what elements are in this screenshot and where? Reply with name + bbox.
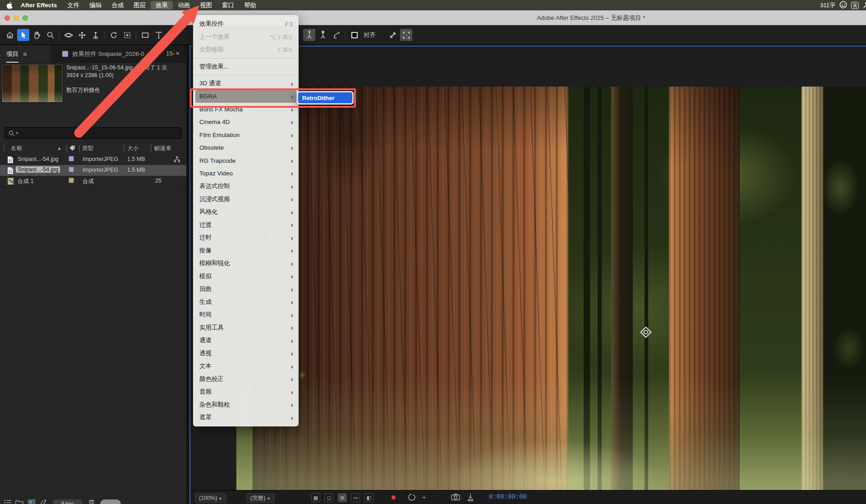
zoom-level-dropdown[interactable]: (100%) ▼ [195,493,226,503]
menu-category-颜色校正[interactable]: 颜色校正› [193,373,299,386]
menu-category-音频[interactable]: 音频› [193,385,299,399]
menu-category-过时[interactable]: 过时› [193,231,299,244]
stroke-fill-icon[interactable] [348,29,360,41]
label-column-icon[interactable] [69,145,76,153]
exposure-plus-icon[interactable]: + [422,493,426,503]
type-tool[interactable] [152,29,165,41]
menu-category-Cinema 4D[interactable]: Cinema 4D› [193,116,299,129]
asset-name[interactable]: Snipast...-54.jpg [16,166,60,173]
menu-category-风格化[interactable]: 风格化› [193,206,299,219]
menu-category-抠像[interactable]: 抠像› [193,244,299,257]
menu-category-过渡[interactable]: 过渡› [193,219,299,232]
tab-project[interactable]: 项目 ≡ [0,45,51,63]
menu-category-Film Emulation[interactable]: Film Emulation› [193,128,299,142]
asset-name[interactable]: 合成 1 [18,178,33,185]
menu-category-Boris FX Mocha[interactable]: Boris FX Mocha› [193,103,299,116]
region-of-interest-tool[interactable] [400,29,412,41]
menu-category-模糊和锐化[interactable]: 模糊和锐化› [193,257,299,270]
pan-camera-tool[interactable] [76,29,88,41]
list-view-icon[interactable] [4,499,12,504]
footage-filename[interactable]: Snipast...-15_15-06-54.jpg [66,64,133,71]
input-method-icon[interactable]: 英 [851,2,859,9]
menubar-item-合成[interactable]: 合成 [106,1,129,9]
channels-icon[interactable]: ◧ [364,493,373,502]
menubar-item-文件[interactable]: 文件 [62,1,84,9]
menu-category-3D 通道[interactable]: 3D 通道› [193,77,299,90]
menubar-item-视图[interactable]: 视图 [195,1,217,9]
search-input[interactable]: ▼ [5,127,181,139]
menubar-item-图层[interactable]: 图层 [129,1,151,9]
smiley-icon[interactable] [839,1,847,10]
menu-category-扭曲[interactable]: 扭曲› [193,283,299,296]
label-color-swatch[interactable] [69,178,74,183]
composition-image[interactable] [236,87,866,490]
show-snapshot-icon[interactable] [467,493,474,503]
menu-category-RG Trapcode[interactable]: RG Trapcode› [193,154,299,167]
point-of-interest-crosshair[interactable] [640,326,652,340]
timecode-display[interactable]: 0:00:00:00 [489,493,527,503]
menubar-app-name[interactable]: After Effects [15,2,62,9]
hand-tool[interactable] [31,29,43,41]
menu-category-实用工具[interactable]: 实用工具› [193,321,299,334]
column-framerate[interactable]: 帧速率 [154,145,171,152]
zoom-window-button[interactable] [23,15,28,21]
panel-overflow-icon[interactable]: » [176,50,178,56]
menubar-item-效果[interactable]: 效果 [151,1,173,9]
submenu-item-RetroDither[interactable]: RetroDither [298,92,352,103]
menu-category-Topaz Video[interactable]: Topaz Video› [193,167,299,180]
home-tool[interactable] [4,29,16,41]
label-color-swatch[interactable] [69,167,74,172]
orbit-camera-tool[interactable] [62,29,74,41]
panel-menu-icon[interactable]: ≡ [23,50,26,58]
menu-category-BGRA[interactable]: BGRA› [195,90,296,103]
mask-visibility-icon[interactable]: ◻ [324,493,333,502]
column-name[interactable]: 名称 [11,145,22,152]
rulers-icon[interactable]: ▭ [351,493,360,502]
close-window-button[interactable] [5,15,10,21]
menu-category-生成[interactable]: 生成› [193,296,299,309]
menubar-item-动画[interactable]: 动画 [173,1,195,9]
adjustment-icon[interactable] [40,499,47,504]
menu-category-文本[interactable]: 文本› [193,360,299,373]
menubar-item-帮助[interactable]: 帮助 [239,1,261,9]
menu-item-manage-effects[interactable]: 管理效果... [193,60,299,73]
menu-category-Obsolete[interactable]: Obsolete› [193,142,299,155]
menubar-item-窗口[interactable]: 窗口 [217,1,239,9]
menu-category-透视[interactable]: 透视› [193,347,299,360]
align-label[interactable]: 对齐 [364,31,376,39]
expand-diagonal-icon[interactable] [387,29,399,41]
panel-divider[interactable] [186,45,189,504]
label-color-swatch[interactable] [69,156,74,161]
transparency-grid-icon[interactable]: ▦ [311,493,320,502]
search-options-chevron[interactable]: ▼ [15,131,19,135]
menu-category-表达式控制[interactable]: 表达式控制› [193,180,299,193]
anchor-point-tool[interactable] [121,29,133,41]
minimize-window-button[interactable] [14,15,19,21]
asset-row-Snipast...-54.jpg[interactable]: Snipast...-54.jpgImporterJPEG1.5 MB [0,165,186,176]
menu-category-时间[interactable]: 时间› [193,308,299,321]
dolly-camera-tool[interactable] [89,29,101,41]
user-icon[interactable] [863,1,866,10]
puppet-bend-tool[interactable] [330,29,342,41]
menubar-item-编辑[interactable]: 编辑 [84,1,106,9]
column-size[interactable]: 大小 [127,145,138,152]
new-composition-icon[interactable] [28,499,35,504]
trash-icon[interactable] [88,499,95,504]
grid-guides-icon[interactable]: ⊞ [338,493,347,502]
panel-grip[interactable] [100,499,121,504]
channel-red-icon[interactable] [392,495,396,499]
menu-category-通道[interactable]: 通道› [193,334,299,347]
snapshot-camera-icon[interactable] [451,493,460,503]
rotate-tool[interactable] [107,29,120,41]
menu-category-沉浸式视频[interactable]: 沉浸式视频› [193,193,299,206]
sort-ascending-icon[interactable]: ▲ [57,146,61,151]
asset-name[interactable]: Snipast...-54.jpg [18,156,58,162]
zoom-tool[interactable] [44,29,56,41]
tab-effect-controls[interactable]: 效果控件 Snipaste_2026-0 [62,45,166,63]
asset-row-合成 1[interactable]: 合成 1合成25 [0,176,186,187]
resolution-dropdown[interactable]: (完整) ▼ [246,493,275,503]
column-type[interactable]: 类型 [82,145,93,152]
menu-item-效果控件[interactable]: 效果控件F3 [193,18,299,31]
asset-row-Snipast...-54.jpg[interactable]: Snipast...-54.jpgImporterJPEG1.5 MB [0,154,186,165]
puppet-starch-tool[interactable] [317,29,329,41]
